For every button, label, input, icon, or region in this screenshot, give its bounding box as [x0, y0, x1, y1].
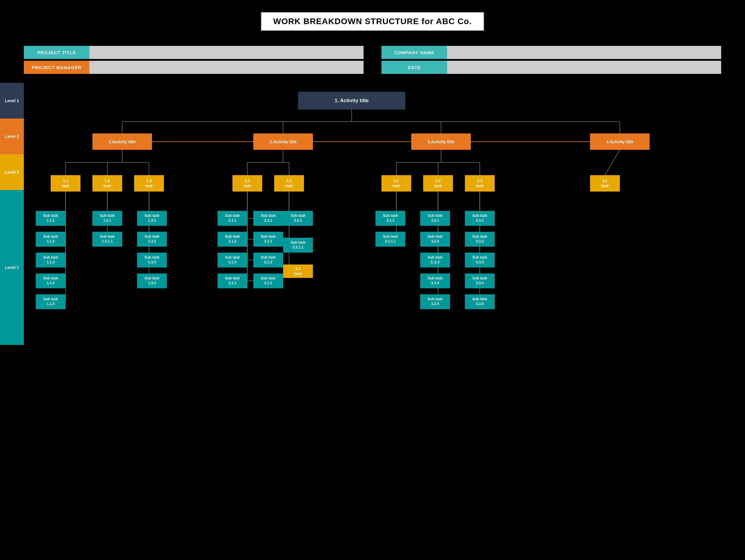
date-label: DATE: [382, 61, 447, 74]
subtask-3-2-1: Sub task 3.2.1: [420, 211, 450, 226]
subtask-1-1-5: Sub task 1.1.5: [36, 294, 66, 309]
subtask-2-1-1d: Sub task 2.1.1: [253, 273, 283, 288]
info-group-right: COMPANY NAME DATE: [382, 46, 721, 74]
level-3-block: Level 3: [0, 154, 24, 190]
subtask-1-3-2: Sub task 1.3.2: [137, 232, 167, 246]
level3-node-4-1: 4.1 task: [590, 175, 620, 192]
subtask-3-2-3: Sub task 3..2.3: [420, 253, 450, 267]
level3-node-1-2: 1.2 task: [92, 175, 122, 192]
wbs-diagram: 1. Activity title 1.Activity title 2.Act…: [24, 83, 745, 345]
level3-node-1-1: 1.1 task: [51, 175, 80, 192]
project-manager-row: PROJECT MANAGER: [24, 61, 363, 74]
subtask-2-1-3c: Sub task 2.1.3: [253, 253, 283, 267]
subtask-3-2-4: Sub task 3.2.4: [420, 273, 450, 288]
project-title-value[interactable]: [89, 46, 363, 59]
project-title-label: PROJECT TITLE: [24, 46, 89, 59]
subtask-3-1-task: 3.1 task: [283, 265, 313, 278]
project-manager-label: PROJECT MANAGER: [24, 61, 89, 74]
subtask-2-2-1-1: Sub task 2.2.1.1: [283, 238, 313, 253]
project-manager-value[interactable]: [89, 61, 363, 74]
date-value[interactable]: [447, 61, 721, 74]
subtask-3-3-4: Sub task 3.3.4: [465, 273, 495, 288]
level-2-block: Level 2: [0, 119, 24, 154]
level-4-block: Level 1: [0, 190, 24, 345]
level2-node-1: 1.Activity title: [92, 133, 152, 150]
subtask-3-2-5: Sub task 3.2.5: [420, 294, 450, 309]
subtask-3-1-1-1: Sub task 3.1.1.1: [376, 232, 405, 246]
wbs-area: Level 1 Level 2 Level 3 Level 1 1. Activ…: [0, 83, 745, 345]
company-name-row: COMPANY NAME: [382, 46, 721, 59]
subtask-3-1-1: Sub task 3.1.1: [376, 211, 405, 226]
level3-node-2-1: 2.1 task: [232, 175, 262, 192]
svg-line-21: [605, 150, 620, 175]
level3-node-3-2: 3.2 task: [423, 175, 453, 192]
subtask-3-3-1: Sub task 3.3.1: [465, 211, 495, 226]
subtask-1-3-3: Sub task 1.3.3: [137, 253, 167, 267]
subtask-1-1-4: Sub task 1.1.4: [36, 273, 66, 288]
subtask-2-1-2a: Sub task 2.1.2: [218, 232, 247, 246]
level2-node-3: 3.Activity title: [411, 133, 471, 150]
subtask-1-1-1: Sub task 1.1.1: [36, 211, 66, 226]
subtask-2-1-1c: Sub task 2.1.1: [253, 211, 283, 226]
info-bar: PROJECT TITLE PROJECT MANAGER COMPANY NA…: [24, 46, 721, 74]
subtask-2-2-1: Sub task 2.2.1: [283, 211, 313, 226]
level2-node-2: 2.Activity title: [253, 133, 313, 150]
level2-node-4: 4.Activity title: [590, 133, 650, 150]
subtask-1-2-1-1: Sub task 1.2.1.1: [92, 232, 122, 246]
level3-node-3-3: 3.3 task: [465, 175, 495, 192]
date-row: DATE: [382, 61, 721, 74]
subtask-3-2-2: Sub task 3.2.2: [420, 232, 450, 246]
subtask-1-3-4: Sub task 1.3.4: [137, 273, 167, 288]
root-node: 1. Activity title: [298, 92, 405, 110]
subtask-3-3-5: Sub task 3.3.5: [465, 294, 495, 309]
company-name-label: COMPANY NAME: [382, 46, 447, 59]
level3-node-3-1: 3.1 task: [382, 175, 411, 192]
info-group-left: PROJECT TITLE PROJECT MANAGER: [24, 46, 363, 74]
subtask-3-3-2: Sub task 3.3.2: [465, 232, 495, 246]
subtask-2-1-2c: Sub task 2.1.2: [253, 232, 283, 246]
subtask-2-1-3a: Sub task 2.1.3: [218, 253, 247, 267]
subtask-2-1-1a: Sub task 2.1.1: [218, 211, 247, 226]
project-title-row: PROJECT TITLE: [24, 46, 363, 59]
subtask-1-1-2: Sub task 1.1.2: [36, 232, 66, 246]
page-title-wrapper: WORK BREAKDOWN STRUCTURE for ABC Co.: [0, 0, 745, 37]
subtask-1-3-1: Sub task 1.3.1: [137, 211, 167, 226]
company-name-value[interactable]: [447, 46, 721, 59]
level3-node-1-3: 1.3 task: [134, 175, 164, 192]
subtask-2-1-1b: Sub task 2.1.1: [218, 273, 247, 288]
subtask-3-3-3: Sub task 3.3.3: [465, 253, 495, 267]
subtask-1-2-1: Sub task 1.2.1: [92, 211, 122, 226]
level-1-block: Level 1: [0, 83, 24, 119]
level-sidebar: Level 1 Level 2 Level 3 Level 1: [0, 83, 24, 345]
subtask-1-1-3: Sub task 1.1.3: [36, 253, 66, 267]
level3-node-2-2: 2.2 task: [274, 175, 304, 192]
page-title: WORK BREAKDOWN STRUCTURE for ABC Co.: [261, 12, 484, 31]
